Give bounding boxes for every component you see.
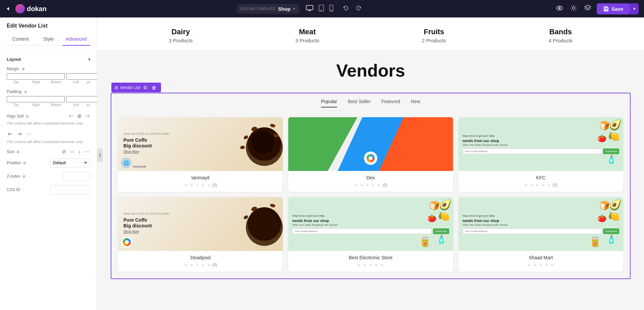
padding-top-input[interactable] bbox=[7, 96, 65, 102]
align-center-button[interactable]: ⊕ bbox=[76, 112, 82, 120]
vendor-banner-title-4: Pure Coffe Big discount bbox=[123, 217, 230, 229]
vendor-tab-featured[interactable]: Featured bbox=[381, 99, 400, 107]
vendor-banner-shop-4: Shop Now bbox=[123, 230, 230, 233]
zindex-input[interactable] bbox=[63, 172, 90, 181]
vendor-card-5: Stay home & get your daily needs from ou… bbox=[288, 197, 453, 272]
vendor-name-1: tanmayd bbox=[123, 175, 277, 180]
preview-button[interactable] bbox=[554, 3, 565, 15]
margin-field-group: Margin 🖥 🔗 Top Right Bottom Left px bbox=[7, 67, 90, 84]
star-6-1: ★ bbox=[527, 262, 532, 268]
star-6-2: ★ bbox=[533, 262, 537, 268]
position-select[interactable]: Default Fixed Absolute Relative Sticky bbox=[50, 158, 90, 168]
size-row: Size 🖥 ⊘ ↔ ↕ ⋯ bbox=[7, 148, 90, 156]
size-tall-btn[interactable]: ↕ bbox=[77, 148, 82, 156]
star-3-5: ★ bbox=[547, 182, 551, 188]
grocery-subscribe-btn-5[interactable]: Subscribe bbox=[433, 228, 449, 234]
vendor-tab-popular[interactable]: Popular bbox=[321, 99, 337, 107]
desktop-icon[interactable] bbox=[305, 3, 315, 14]
grocery-email-row-6: Subscribe bbox=[463, 228, 619, 234]
flex-align-left-button[interactable]: ⇤ bbox=[7, 129, 14, 138]
vendor-rating-1: ★ ★ ★ ★ ★ (0) bbox=[123, 182, 277, 188]
grocery-email-input-5[interactable] bbox=[292, 228, 432, 234]
flex-align-right-button[interactable]: ⇥ bbox=[16, 129, 23, 138]
size-wide-btn[interactable]: ↔ bbox=[69, 148, 75, 156]
padding-sub-labels: Top Right Bottom Left px bbox=[7, 102, 90, 107]
star-2-3: ★ bbox=[365, 182, 370, 188]
padding-field-group: Padding 🖥 🔗 Top Right Bottom Left px bbox=[7, 89, 90, 107]
flex-align-more-button[interactable]: ⋯ bbox=[25, 129, 33, 138]
margin-top-input[interactable] bbox=[7, 73, 65, 80]
cssid-label: CSS ID bbox=[7, 187, 20, 192]
position-label: Position 🖥 bbox=[7, 161, 26, 165]
margin-right-input[interactable] bbox=[66, 73, 97, 80]
vendor-list-copy-button[interactable]: ⧉ bbox=[142, 84, 148, 91]
panel-collapse-button[interactable] bbox=[97, 148, 103, 162]
tab-content[interactable]: Content bbox=[7, 33, 35, 46]
monitor-icon-padding: 🖥 bbox=[23, 90, 27, 94]
vendor-name-6: Shaad Mart bbox=[464, 255, 618, 260]
vendor-banner-small-1: Save up to 50% on your first order bbox=[123, 132, 230, 135]
back-button[interactable] bbox=[5, 6, 11, 12]
svg-rect-0 bbox=[306, 5, 313, 10]
star-1-4: ★ bbox=[201, 182, 205, 188]
vendor-card-6: Stay home & get your daily needs from ou… bbox=[459, 197, 623, 272]
vendor-list-delete-button[interactable]: 🗑 bbox=[150, 84, 158, 91]
vendor-tab-new[interactable]: New bbox=[411, 99, 420, 107]
category-bands-count: 4 Products bbox=[548, 38, 573, 43]
content-area: Dairy 3 Products Meat 3 Products Fruits … bbox=[97, 17, 644, 310]
align-end-button[interactable]: ⊣ bbox=[84, 112, 90, 120]
padding-right-input[interactable] bbox=[66, 96, 97, 102]
undo-button[interactable] bbox=[340, 4, 352, 14]
topbar: dokan EDITING TEMPLATE Shop ▾ bbox=[0, 0, 644, 17]
grocery-email-input-3[interactable] bbox=[463, 148, 602, 154]
category-meat-name: Meat bbox=[295, 28, 319, 36]
svg-point-2 bbox=[321, 10, 322, 11]
star-5-1: ★ bbox=[357, 262, 361, 268]
editing-template-selector[interactable]: EDITING TEMPLATE Shop ▾ bbox=[237, 4, 300, 14]
star-3-1: ★ bbox=[524, 182, 528, 188]
grocery-subscribe-btn-6[interactable]: Subscribe bbox=[603, 228, 619, 234]
grocery-small-6: Stay home & get your daily bbox=[463, 214, 619, 217]
padding-inputs: 🔗 bbox=[7, 96, 90, 102]
star-2-2: ★ bbox=[360, 182, 364, 188]
grocery-banner-text-5: Stay home & get your daily needs from ou… bbox=[288, 210, 453, 238]
svg-point-10 bbox=[251, 131, 274, 154]
topbar-left: dokan bbox=[5, 4, 47, 13]
category-dairy: Dairy 3 Products bbox=[169, 28, 193, 43]
layers-button[interactable] bbox=[583, 3, 593, 15]
grocery-email-input-6[interactable] bbox=[463, 228, 602, 234]
vendor-card-3: Stay home & get your daily needs from ou… bbox=[459, 117, 623, 192]
vendor-name-5: Best Electronic Store bbox=[293, 255, 447, 260]
star-3-4: ★ bbox=[541, 182, 545, 188]
vendor-list-grid-icon: ⊞ bbox=[115, 85, 118, 90]
mobile-icon[interactable] bbox=[328, 3, 335, 14]
save-dropdown-button[interactable]: ▾ bbox=[630, 3, 639, 14]
size-more-btn[interactable]: ⋯ bbox=[84, 148, 90, 156]
vendor-name-3: KFC bbox=[464, 175, 618, 180]
grocery-title-5: needs from our shop bbox=[292, 219, 449, 223]
bread-icon: 🍞 bbox=[599, 121, 610, 131]
tablet-icon[interactable] bbox=[317, 3, 325, 14]
save-button[interactable]: Save bbox=[597, 3, 630, 14]
cssid-input[interactable] bbox=[50, 185, 90, 194]
align-start-button[interactable]: ⊢ bbox=[68, 112, 74, 120]
star-3-2: ★ bbox=[530, 182, 534, 188]
vendor-rating-3: ★ ★ ★ ★ ★ (0) bbox=[464, 182, 618, 188]
grocery-subscribe-btn-3[interactable]: Subscribe bbox=[603, 148, 619, 154]
chevron-down-icon: ▾ bbox=[293, 6, 295, 11]
star-2-4: ★ bbox=[371, 182, 375, 188]
settings-button[interactable] bbox=[569, 3, 579, 15]
monitor-icon-position: 🖥 bbox=[22, 161, 26, 165]
size-buttons: ⊘ ↔ ↕ ⋯ bbox=[61, 148, 90, 156]
tab-advanced[interactable]: Advanced bbox=[62, 33, 90, 46]
editing-template-label: EDITING TEMPLATE bbox=[241, 7, 275, 11]
grocery-sub-5: Start Your Daily Shopping with Zamart bbox=[292, 223, 449, 226]
tab-style[interactable]: Style bbox=[35, 33, 62, 46]
vendor-tab-bestseller[interactable]: Best Seller bbox=[348, 99, 371, 107]
monitor-icon-zindex: 🖥 bbox=[22, 174, 25, 178]
redo-button[interactable] bbox=[353, 4, 364, 14]
svg-point-20 bbox=[270, 203, 276, 208]
vendor-banner-colorful-2 bbox=[288, 117, 453, 171]
category-fruits-count: 2 Products bbox=[422, 38, 446, 43]
size-no-btn[interactable]: ⊘ bbox=[61, 148, 67, 156]
